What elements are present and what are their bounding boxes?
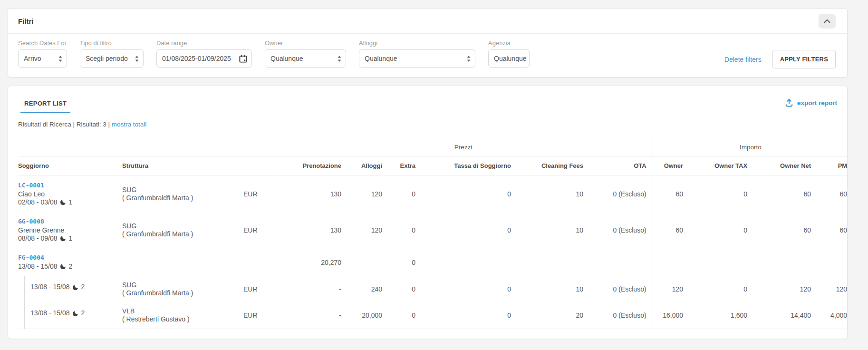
filters-panel: Filtri Search Dates For Arrivo Tipo di f… (8, 8, 848, 78)
table-row: 13/08 - 15/08 2 SUG ( Granfumbraldfi Mar… (18, 276, 847, 302)
struttura-owner: ( Restreberti Gustavo ) (122, 315, 205, 324)
struttura-cell: SUG ( Granfumbraldfi Marta ) (122, 212, 210, 248)
alloggi-cell: 20,000 (350, 302, 391, 329)
ota-cell: 0 (Escluso) (592, 302, 653, 329)
filter-actions: Delete filters APPLY FILTERS (724, 50, 836, 68)
tipo-di-filtro-select[interactable]: Scegli periodo (80, 49, 144, 68)
currency-cell: EUR (210, 276, 274, 302)
table-row: FG-0004 13/08 - 15/08 2 20,270 0 (18, 248, 847, 276)
tassa-di-soggiorno-cell: 0 (424, 176, 520, 213)
filters-body: Search Dates For Arrivo Tipo di filtro S… (8, 34, 847, 68)
select-value: Qualunque (494, 55, 527, 62)
extra-cell: 0 (391, 176, 424, 213)
owner-cell: 16,000 (653, 302, 692, 329)
stay-dates: 13/08 - 15/08 2 (30, 283, 117, 291)
pm-cell: 120 (820, 276, 847, 302)
collapse-filters-button[interactable] (819, 14, 836, 29)
table-row: 13/08 - 15/08 2 VLB ( Restreberti Gustav… (18, 302, 847, 329)
filter-field-owner: Owner Qualunque (265, 39, 346, 68)
tassa-di-soggiorno-cell: 0 (424, 276, 520, 302)
owner-tax-cell (692, 248, 756, 276)
report-tabs: REPORT LIST export report (18, 99, 837, 113)
select-value: Scegli periodo (86, 55, 128, 62)
alloggi-select[interactable]: Qualunque (359, 49, 475, 68)
select-value: Qualunque (365, 55, 397, 62)
col-alloggi: Alloggi (350, 157, 391, 176)
booking-code-link[interactable]: FG-0004 (18, 254, 117, 262)
pm-cell: 4,000 (820, 302, 847, 329)
filter-field-agenzia: Agenzia Qualunque (488, 39, 530, 68)
cleaning-fees-cell: 10 (520, 176, 592, 213)
col-tassa-di-soggiorno: Tassa di Soggiorno (424, 157, 520, 176)
table-column-header-row: Soggiorno Struttura Prenotazione Alloggi… (18, 157, 847, 176)
table-row: LC-0001 Ciao Leo 02/08 - 03/08 1 SUG ( G… (18, 176, 847, 213)
booking-code-link[interactable]: GG-0008 (18, 218, 117, 225)
tab-report-list[interactable]: REPORT LIST (20, 100, 70, 113)
moon-icon (60, 263, 67, 270)
pm-cell: 60 (820, 212, 847, 248)
col-struttura: Struttura (122, 157, 210, 176)
pm-cell (820, 248, 847, 276)
owner-cell: 60 (653, 176, 692, 213)
stay-dates: 02/08 - 03/08 1 (18, 198, 117, 206)
extra-cell: 0 (391, 212, 424, 248)
prenotazione-cell: - (274, 302, 350, 329)
col-cleaning-fees: Cleaning Fees (520, 157, 592, 176)
results-summary: Risultati di Ricerca | Risultati: 3 | mo… (18, 121, 837, 128)
prenotazione-cell: 130 (274, 212, 350, 248)
field-label: Tipo di filtro (80, 39, 144, 47)
soggiorno-cell: FG-0004 13/08 - 15/08 2 (18, 248, 122, 276)
owner-tax-cell: 1,600 (692, 302, 756, 329)
select-arrows-icon (135, 56, 139, 62)
chevron-up-icon (824, 19, 830, 23)
tassa-di-soggiorno-cell (424, 248, 520, 276)
date-range-value: 01/08/2025-01/09/2025 (162, 55, 231, 62)
struttura-cell: SUG ( Granfumbraldfi Marta ) (122, 276, 210, 302)
moon-icon (72, 310, 79, 317)
currency-cell: EUR (210, 302, 274, 329)
date-range-input[interactable]: 01/08/2025-01/09/2025 (156, 49, 252, 68)
owner-tax-cell: 0 (692, 176, 756, 213)
struttura-cell: VLB ( Restreberti Gustavo ) (122, 302, 210, 329)
owner-tax-cell: 0 (692, 212, 756, 248)
soggiorno-cell: GG-0008 Grenne Grenne 08/08 - 09/08 1 (18, 212, 122, 248)
group-header-importo: Importo (653, 137, 847, 157)
struttura-cell (122, 248, 210, 276)
search-dates-for-select[interactable]: Arrivo (18, 49, 67, 68)
owner-cell: 60 (653, 212, 692, 248)
extra-cell: 0 (391, 302, 424, 329)
tassa-di-soggiorno-cell: 0 (424, 212, 520, 248)
table-row: GG-0008 Grenne Grenne 08/08 - 09/08 1 SU… (18, 212, 847, 248)
field-label: Search Dates For (18, 39, 67, 47)
cleaning-fees-cell: 10 (520, 276, 592, 302)
stay-range: 13/08 - 15/08 (30, 309, 70, 317)
delete-filters-link[interactable]: Delete filters (724, 56, 762, 63)
col-soggiorno: Soggiorno (18, 157, 122, 176)
agenzia-select[interactable]: Qualunque (488, 49, 530, 68)
booking-code-link[interactable]: LC-0001 (18, 182, 117, 189)
select-value: Qualunque (270, 55, 303, 62)
export-report-link[interactable]: export report (780, 98, 837, 107)
stay-dates: 13/08 - 15/08 2 (18, 262, 117, 271)
col-ota: OTA (592, 157, 653, 176)
stay-dates: 08/08 - 09/08 1 (18, 234, 117, 243)
cleaning-fees-cell (520, 248, 592, 276)
guest-name: Grenne Grenne (18, 226, 117, 234)
stay-range: 13/08 - 15/08 (30, 283, 70, 291)
group-header-blank (18, 137, 274, 157)
report-table: Prezzi Importo Soggiorno Struttura Preno… (18, 137, 847, 329)
show-totals-link[interactable]: mostra totali (112, 121, 147, 128)
owner-select[interactable]: Qualunque (265, 49, 346, 68)
extra-cell: 0 (391, 248, 424, 276)
ota-cell: 0 (Escluso) (592, 176, 653, 213)
apply-filters-button[interactable]: APPLY FILTERS (772, 50, 836, 68)
col-owner: Owner (653, 157, 692, 176)
struttura-cell: SUG ( Granfumbraldfi Marta ) (122, 176, 210, 213)
nights-count: 1 (69, 234, 73, 243)
group-header-prezzi: Prezzi (274, 137, 653, 157)
col-currency (210, 157, 274, 176)
prenotazione-cell: 20,270 (274, 248, 350, 276)
prenotazione-cell: 130 (274, 176, 350, 213)
upload-icon (785, 98, 793, 107)
field-label: Owner (265, 39, 346, 47)
